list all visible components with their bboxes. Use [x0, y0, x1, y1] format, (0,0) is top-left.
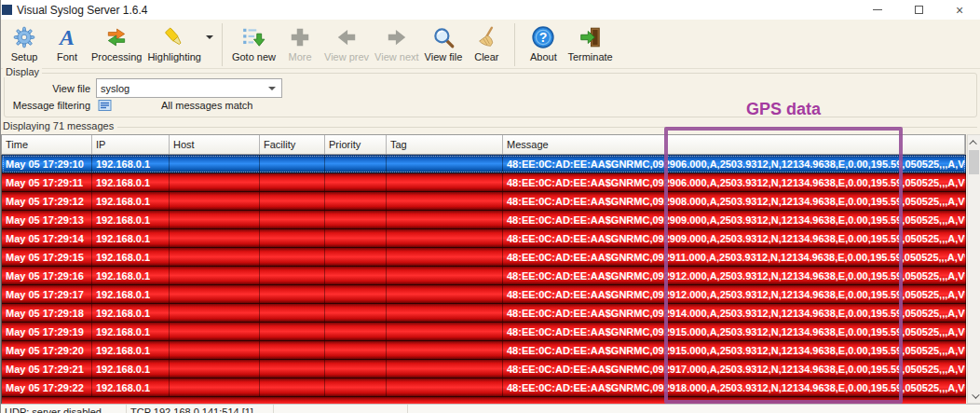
- table-row[interactable]: May 05 17:29:19192.168.0.148:EE:0C:AD:EE…: [2, 323, 966, 341]
- cell-priority: [325, 155, 387, 172]
- cell-priority: [325, 229, 387, 247]
- table-body: May 05 17:29:10192.168.0.148:EE:0C:AD:EE…: [1, 155, 966, 397]
- cell-ip: 192.168.0.1: [92, 341, 170, 359]
- cell-priority: [325, 192, 387, 210]
- maximize-icon: [915, 6, 923, 14]
- chevron-down-icon: [206, 35, 213, 39]
- view-file-combobox[interactable]: syslog: [96, 78, 282, 98]
- table-row[interactable]: May 05 17:29:12192.168.0.148:EE:0C:AD:EE…: [2, 192, 966, 211]
- cell-facility: [260, 323, 325, 340]
- table-row[interactable]: May 05 17:29:13192.168.0.148:EE:0C:AD:EE…: [2, 211, 966, 229]
- cell-ip: 192.168.0.1: [92, 304, 170, 322]
- cell-message: 48:EE:0C:AD:EE:AA$GNRMC,092911.000,A,250…: [503, 248, 966, 266]
- table-row[interactable]: May 05 17:29:21192.168.0.148:EE:0C:AD:EE…: [2, 360, 966, 379]
- udp-status: UDP: server disabled: [1, 405, 127, 413]
- goto-new-label: Goto new: [232, 51, 276, 62]
- app-window: Visual Syslog Server 1.6.4 × Setup A Fon…: [0, 0, 980, 413]
- close-button[interactable]: ×: [939, 0, 980, 20]
- messages-table: TimeIPHostFacilityPriorityTagMessage May…: [1, 134, 966, 404]
- cell-ip: 192.168.0.1: [92, 379, 170, 396]
- cell-message: 48:EE:0C:AD:EE:AA$GNRMC,092915.000,A,250…: [503, 341, 966, 359]
- vertical-scrollbar[interactable]: [967, 134, 980, 404]
- view-file-field-label: View file: [1, 83, 90, 94]
- cell-facility: [260, 155, 325, 172]
- refresh-arrows-icon: [104, 24, 129, 49]
- table-row[interactable]: May 05 17:29:15192.168.0.148:EE:0C:AD:EE…: [2, 248, 966, 267]
- table-row[interactable]: May 05 17:29:14192.168.0.148:EE:0C:AD:EE…: [2, 229, 966, 248]
- cell-time: May 05 17:29:13: [2, 211, 92, 228]
- more-button: More: [279, 21, 321, 63]
- status-panel-empty: [408, 405, 980, 413]
- arrow-right-icon: [384, 24, 409, 49]
- cell-facility: [260, 211, 325, 228]
- question-mark-icon: ?: [531, 24, 556, 49]
- highlighter-icon: [162, 24, 187, 49]
- messages-summary: Displaying 71 messages: [3, 120, 117, 131]
- goto-new-button[interactable]: Goto new: [229, 21, 279, 63]
- cell-facility: [260, 192, 325, 210]
- view-file-value: syslog: [101, 83, 129, 94]
- table-row[interactable]: May 05 17:29:22192.168.0.148:EE:0C:AD:EE…: [2, 379, 966, 397]
- cell-facility: [260, 304, 325, 322]
- filter-settings-icon[interactable]: [98, 99, 113, 112]
- font-label: Font: [57, 51, 77, 62]
- cell-time: May 05 17:29:19: [2, 323, 92, 340]
- highlighting-button[interactable]: Highlighting: [144, 21, 203, 63]
- highlighting-dropdown-button[interactable]: [204, 21, 215, 53]
- cell-host: [170, 267, 260, 284]
- minimize-icon: [873, 9, 882, 10]
- scroll-up-button[interactable]: [968, 135, 980, 149]
- cell-time: May 05 17:29:14: [2, 229, 92, 247]
- cell-tag: [387, 173, 503, 191]
- cell-time: May 05 17:29:12: [2, 192, 92, 210]
- title-bar: Visual Syslog Server 1.6.4 ×: [1, 0, 980, 20]
- table-row[interactable]: May 05 17:29:18192.168.0.148:EE:0C:AD:EE…: [2, 304, 966, 323]
- cell-ip: 192.168.0.1: [92, 173, 170, 191]
- view-prev-label: View prev: [324, 51, 369, 62]
- table-row[interactable]: May 05 17:29:20192.168.0.148:EE:0C:AD:EE…: [2, 341, 966, 360]
- legend-divider: [113, 127, 977, 128]
- scroll-down-button[interactable]: [968, 389, 980, 403]
- message-filtering-label: Message filtering: [1, 100, 90, 111]
- table-row[interactable]: May 05 17:29:10192.168.0.148:EE:0C:AD:EE…: [2, 155, 966, 173]
- table-row[interactable]: May 05 17:29:17192.168.0.148:EE:0C:AD:EE…: [2, 285, 966, 304]
- setup-button[interactable]: Setup: [3, 21, 46, 63]
- window-title: Visual Syslog Server 1.6.4: [17, 4, 148, 17]
- cell-tag: [387, 379, 503, 396]
- terminate-button[interactable]: Terminate: [565, 21, 615, 63]
- cell-tag: [387, 323, 503, 340]
- clear-button[interactable]: Clear: [465, 21, 508, 63]
- clear-label: Clear: [474, 51, 498, 62]
- scrollbar-thumb[interactable]: [969, 150, 979, 174]
- column-header-facility[interactable]: Facility: [260, 135, 325, 154]
- cell-message: 48:EE:0C:AD:EE:AA$GNRMC,092915.000,A,250…: [503, 323, 966, 340]
- view-file-button[interactable]: View file: [422, 21, 466, 63]
- setup-label: Setup: [11, 51, 38, 62]
- cell-host: [170, 304, 260, 322]
- minimize-button[interactable]: [857, 0, 898, 20]
- column-header-priority[interactable]: Priority: [325, 135, 387, 154]
- column-header-time[interactable]: Time: [2, 135, 92, 154]
- maximize-button[interactable]: [898, 0, 939, 20]
- cell-tag: [387, 360, 503, 378]
- arrow-left-icon: [334, 24, 360, 49]
- table-row[interactable]: May 05 17:29:16192.168.0.148:EE:0C:AD:EE…: [2, 267, 966, 285]
- cell-facility: [260, 360, 325, 378]
- terminate-label: Terminate: [567, 51, 612, 62]
- column-header-ip[interactable]: IP: [92, 135, 170, 154]
- column-header-tag[interactable]: Tag: [387, 135, 503, 154]
- table-header: TimeIPHostFacilityPriorityTagMessage: [1, 134, 966, 155]
- column-header-message[interactable]: Message: [503, 135, 965, 154]
- cell-ip: 192.168.0.1: [92, 229, 170, 247]
- cell-host: [170, 229, 260, 247]
- cell-ip: 192.168.0.1: [92, 211, 170, 228]
- gear-icon: [12, 24, 37, 49]
- column-header-host[interactable]: Host: [170, 135, 260, 154]
- cell-priority: [325, 341, 387, 359]
- cell-time: May 05 17:29:16: [2, 267, 92, 284]
- table-row[interactable]: May 05 17:29:11192.168.0.148:EE:0C:AD:EE…: [2, 173, 966, 192]
- font-button[interactable]: A Font: [46, 21, 88, 63]
- cell-time: May 05 17:29:18: [2, 304, 92, 322]
- processing-button[interactable]: Processing: [88, 21, 144, 63]
- about-button[interactable]: ? About: [522, 21, 565, 63]
